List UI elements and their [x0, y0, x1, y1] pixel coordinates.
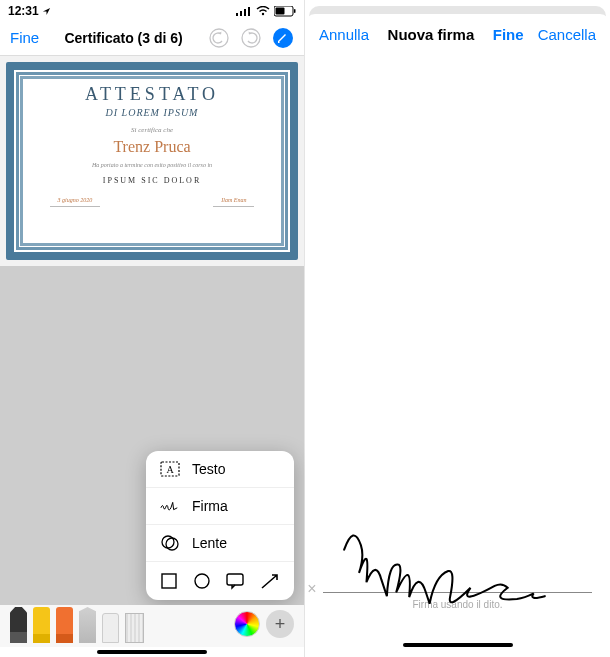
pen-tool-icon[interactable]: [10, 607, 27, 643]
popup-magnifier-label: Lente: [192, 535, 227, 551]
svg-rect-3: [248, 7, 250, 16]
wifi-icon: [256, 6, 270, 16]
popup-signature-option[interactable]: Firma: [146, 488, 294, 525]
certificate-title: ATTESTATO: [85, 84, 219, 105]
certificate-footer: 3 giugno 2020 Ilam Enan: [50, 197, 255, 207]
popup-text-label: Testo: [192, 461, 225, 477]
svg-rect-0: [236, 13, 238, 16]
svg-point-16: [195, 574, 209, 588]
document-title: Certificato (3 di 6): [64, 30, 182, 46]
sheet-nav: Annulla Nuova firma Fine Cancella: [305, 14, 610, 55]
signature-canvas[interactable]: × Firma usando il dito.: [305, 460, 610, 610]
highlighter-orange-icon[interactable]: [56, 607, 73, 643]
certificate-course: IPSUM SIC DOLOR: [103, 176, 201, 185]
handwritten-signature: [333, 514, 575, 604]
cancel-button[interactable]: Annulla: [319, 26, 369, 43]
popup-shapes-row: [146, 562, 294, 600]
sheet-right-buttons: Fine Cancella: [493, 26, 596, 43]
svg-rect-7: [294, 9, 296, 13]
signature-icon: [160, 497, 180, 515]
clear-button[interactable]: Cancella: [538, 26, 596, 43]
document-preview[interactable]: ATTESTATO DI LOREM IPSUM Si certifica ch…: [0, 56, 304, 266]
markup-pen-icon[interactable]: [272, 27, 294, 49]
color-picker-icon[interactable]: [234, 611, 260, 637]
markup-toolbar: +: [0, 605, 304, 647]
square-shape-icon[interactable]: [160, 572, 178, 590]
status-icons: [236, 6, 296, 17]
status-bar: 12:31: [0, 0, 304, 20]
signal-icon: [236, 6, 252, 16]
svg-point-4: [262, 13, 264, 15]
certificate-body: Ha portato a termine con esito positivo …: [92, 162, 212, 170]
done-button[interactable]: Fine: [493, 26, 524, 43]
svg-rect-17: [227, 574, 243, 585]
sheet-title: Nuova firma: [388, 26, 475, 43]
svg-rect-1: [240, 11, 242, 16]
certificate-signer: Ilam Enan: [213, 197, 254, 207]
undo-icon[interactable]: [208, 27, 230, 49]
clock-time: 12:31: [8, 4, 39, 18]
eraser-tool-icon[interactable]: [102, 613, 119, 643]
svg-point-14: [166, 538, 178, 550]
popup-text-option[interactable]: A Testo: [146, 451, 294, 488]
certificate-recipient: Trenz Pruca: [113, 138, 190, 156]
text-box-icon: A: [160, 460, 180, 478]
battery-icon: [274, 6, 296, 17]
redo-icon[interactable]: [240, 27, 262, 49]
canvas-area[interactable]: A Testo Firma Lente: [0, 266, 304, 608]
nav-bar: Fine Certificato (3 di 6): [0, 20, 304, 56]
signature-sheet-screen: Annulla Nuova firma Fine Cancella × Firm…: [305, 0, 610, 657]
popup-magnifier-option[interactable]: Lente: [146, 525, 294, 562]
pencil-tool-icon[interactable]: [79, 607, 96, 643]
add-annotation-popup: A Testo Firma Lente: [146, 451, 294, 600]
signature-sheet: Annulla Nuova firma Fine Cancella × Firm…: [305, 14, 610, 650]
home-indicator[interactable]: [403, 643, 513, 647]
location-arrow-icon: [42, 7, 51, 16]
highlighter-yellow-icon[interactable]: [33, 607, 50, 643]
svg-rect-6: [276, 7, 285, 14]
signature-baseline: ×: [323, 513, 591, 593]
certificate-page: ATTESTATO DI LOREM IPSUM Si certifica ch…: [6, 62, 298, 260]
add-shape-icon[interactable]: +: [266, 610, 294, 638]
certificate-subtitle: DI LOREM IPSUM: [106, 107, 199, 118]
svg-rect-2: [244, 9, 246, 16]
arrow-shape-icon[interactable]: [260, 572, 280, 590]
certificate-date: 3 giugno 2020: [50, 197, 101, 207]
magnifier-icon: [160, 534, 180, 552]
svg-rect-15: [162, 574, 176, 588]
status-time-group: 12:31: [8, 4, 51, 18]
clear-x-icon[interactable]: ×: [307, 580, 316, 598]
certificate-certifies: Si certifica che: [131, 126, 173, 134]
svg-text:A: A: [166, 464, 174, 475]
popup-signature-label: Firma: [192, 498, 228, 514]
circle-shape-icon[interactable]: [193, 572, 211, 590]
home-indicator[interactable]: [97, 650, 207, 654]
nav-action-icons: [208, 27, 294, 49]
done-button[interactable]: Fine: [10, 29, 39, 46]
ruler-tool-icon[interactable]: [125, 613, 144, 643]
markup-editor-screen: 12:31 Fine Certificato (3 di 6) ATTESTAT…: [0, 0, 305, 657]
speech-bubble-icon[interactable]: [225, 572, 245, 590]
